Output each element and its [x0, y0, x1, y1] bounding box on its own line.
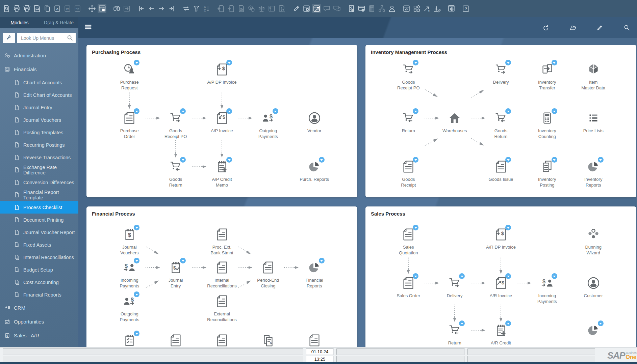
- node-return[interactable]: Return: [386, 110, 431, 134]
- sidebar-item-recurring-postings[interactable]: Recurring Postings: [0, 139, 78, 151]
- dropdown-badge[interactable]: [319, 157, 325, 163]
- toolbar-print-sequence-icon[interactable]: [22, 4, 31, 13]
- node-goods-receipt[interactable]: Goods Receipt: [386, 159, 431, 188]
- sidebar-item-purchasing-a-p[interactable]: Purchasing - A/P: [0, 342, 78, 347]
- toolbar-go-to-icon[interactable]: [122, 4, 131, 13]
- node-goods-return[interactable]: Goods Return: [479, 110, 523, 140]
- dropdown-badge[interactable]: [598, 157, 604, 163]
- cascade-windows-icon[interactable]: [569, 24, 577, 32]
- dropdown-badge[interactable]: [226, 108, 232, 114]
- sidebar-item-opportunities[interactable]: Opportunities: [0, 315, 78, 329]
- toolbar-refresh-record-icon[interactable]: [182, 4, 190, 13]
- node-outgoing-payments[interactable]: $Outgoing Payments: [246, 110, 290, 140]
- toolbar-find-icon[interactable]: [112, 4, 121, 13]
- toolbar-message-icon[interactable]: [322, 4, 331, 13]
- toolbar-widgets-icon[interactable]: [412, 4, 421, 13]
- node-financial-reports[interactable]: Financial Reports: [292, 260, 337, 289]
- node-goods-receipt-po[interactable]: Goods Receipt PO: [153, 110, 198, 140]
- toolbar-form-settings-icon[interactable]: [302, 4, 311, 13]
- toolbar-filter-table-icon[interactable]: [192, 4, 201, 13]
- sidebar-item-conversion-differences[interactable]: Conversion Differences: [0, 176, 78, 189]
- dropdown-badge[interactable]: [226, 157, 232, 163]
- toolbar-query-generator-icon[interactable]: $: [277, 4, 286, 13]
- node-delivery[interactable]: Delivery: [432, 275, 477, 299]
- dropdown-badge[interactable]: [226, 60, 232, 65]
- dropdown-badge[interactable]: [505, 225, 511, 230]
- toolbar-help-icon[interactable]: ?: [461, 4, 470, 13]
- node-external-reconciliations[interactable]: External Reconciliations: [200, 293, 244, 323]
- node-checklist[interactable]: [107, 333, 152, 347]
- dropdown-badge[interactable]: [273, 108, 278, 114]
- toolbar-export-word-icon[interactable]: W: [63, 4, 72, 13]
- node-goods-issue[interactable]: Goods Issue: [479, 159, 523, 183]
- sidebar-item-internal-reconciliations[interactable]: Internal Reconciliations: [0, 251, 78, 263]
- node-ar-credit-memo[interactable]: A/R Credit: [479, 323, 523, 346]
- node-purchase-order[interactable]: Purchase Order: [107, 110, 152, 140]
- node-delivery[interactable]: Delivery: [479, 62, 523, 85]
- toolbar-alert-card-icon[interactable]: !: [357, 4, 366, 13]
- node-proc-ext-bank-stmnt[interactable]: Proc. Ext. Bank Stmnt: [200, 227, 244, 256]
- node-dunning-wizard[interactable]: Dunning Wizard: [571, 227, 616, 256]
- node-document-1[interactable]: [153, 333, 198, 347]
- node-purchase-request[interactable]: Purchase Request: [107, 62, 152, 91]
- toolbar-target-document-icon[interactable]: [227, 4, 235, 13]
- sidebar-item-financial-reports[interactable]: Financial Reports: [0, 288, 78, 301]
- sidebar-item-chart-of-accounts[interactable]: Chart of Accounts: [0, 76, 78, 89]
- toolbar-move-icon[interactable]: [87, 4, 96, 13]
- toolbar-base-document-icon[interactable]: [216, 4, 225, 13]
- toolbar-edit-icon[interactable]: [292, 4, 301, 13]
- dropdown-badge[interactable]: [505, 157, 511, 163]
- node-vendor[interactable]: Vendor: [292, 110, 337, 134]
- node-ar-dp-invoice[interactable]: $A/R DP Invoice: [479, 227, 523, 250]
- sidebar-item-journal-entry[interactable]: Journal Entry: [0, 101, 78, 114]
- menu-icon[interactable]: [84, 23, 93, 33]
- sidebar-item-administration[interactable]: Administration: [0, 49, 78, 62]
- search-icon[interactable]: [66, 34, 74, 43]
- toolbar-web-browser-icon[interactable]: [447, 4, 456, 13]
- sidebar-item-sales-a-r[interactable]: $Sales - A/R: [0, 329, 78, 342]
- node-sales-quotation[interactable]: Sales Quotation: [386, 227, 431, 256]
- dropdown-badge[interactable]: [413, 157, 418, 163]
- dropdown-badge[interactable]: [598, 320, 604, 326]
- node-goods-receipt-po[interactable]: Goods Receipt PO: [386, 62, 431, 91]
- sidebar-item-journal-voucher-report[interactable]: Journal Voucher Report: [0, 226, 78, 239]
- node-ar-invoice[interactable]: $A/R Invoice: [479, 275, 523, 299]
- sidebar-item-document-printing[interactable]: Document Printing: [0, 214, 78, 226]
- sidebar-item-crm[interactable]: CRM: [0, 301, 78, 315]
- toolbar-checklist-alert-icon[interactable]: !: [347, 4, 356, 13]
- dropdown-badge[interactable]: [413, 225, 418, 230]
- dropdown-badge[interactable]: [413, 60, 418, 65]
- dropdown-badge[interactable]: [134, 225, 139, 230]
- sidebar-item-posting-templates[interactable]: Posting Templates: [0, 126, 78, 139]
- sidebar-item-budget-setup[interactable]: Budget Setup: [0, 263, 78, 276]
- node-inventory-reports[interactable]: Inventory Reports: [571, 159, 616, 188]
- node-ap-credit-memo[interactable]: A/P Credit Memo: [200, 159, 244, 188]
- dropdown-badge[interactable]: [552, 108, 557, 114]
- toolbar-dashboard-icon[interactable]: [402, 4, 411, 13]
- dropdown-badge[interactable]: [552, 157, 557, 163]
- toolbar-settings-icon[interactable]: [312, 4, 321, 13]
- toolbar-calculator-icon[interactable]: [367, 4, 376, 13]
- node-inventory-posting[interactable]: Inventory Posting: [525, 159, 569, 188]
- node-item-master-data[interactable]: Item Master Data: [571, 62, 616, 91]
- lookup-menus-search[interactable]: [17, 33, 76, 43]
- dropdown-badge[interactable]: [134, 291, 139, 297]
- dropdown-badge[interactable]: [505, 320, 511, 326]
- toolbar-sort-table-icon[interactable]: AZ: [202, 4, 211, 13]
- node-price-lists[interactable]: Price Lists: [571, 110, 616, 134]
- node-document-3[interactable]: [292, 333, 337, 347]
- menu-settings-button[interactable]: [3, 33, 15, 43]
- dropdown-badge[interactable]: [134, 60, 139, 65]
- edit-icon[interactable]: [596, 24, 604, 32]
- dropdown-badge[interactable]: [505, 108, 511, 114]
- sidebar-item-journal-vouchers[interactable]: Journal Vouchers: [0, 114, 78, 126]
- toolbar-user-icon[interactable]: [387, 4, 396, 13]
- node-inventory-counting[interactable]: Inventory Counting: [525, 110, 569, 140]
- dropdown-badge[interactable]: [413, 108, 418, 114]
- node-document-pair[interactable]: $: [246, 333, 290, 347]
- dropdown-badge[interactable]: [180, 258, 186, 263]
- node-sales-order[interactable]: Sales Order: [386, 275, 431, 299]
- toolbar-document-message-icon[interactable]: [32, 4, 41, 13]
- node-ap-dp-invoice[interactable]: $A/P DP Invoice: [200, 62, 244, 85]
- toolbar-messages-icon[interactable]: [332, 4, 341, 13]
